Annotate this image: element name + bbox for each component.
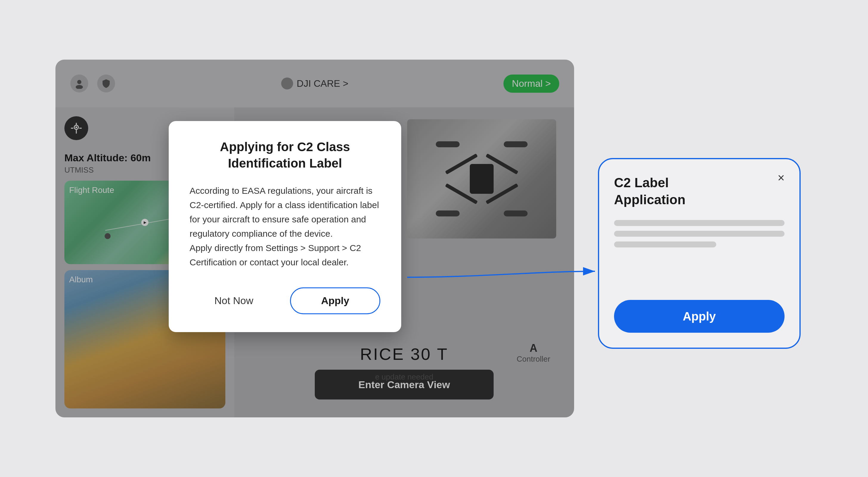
modal-body: According to EASA regulations, your airc… <box>190 184 380 269</box>
modal-body-text: According to EASA regulations, your airc… <box>190 186 379 267</box>
modal-actions: Not Now Apply <box>190 288 380 314</box>
not-now-button[interactable]: Not Now <box>190 288 278 314</box>
placeholder-line-1 <box>614 220 784 226</box>
phone-apply-button[interactable]: Apply <box>614 300 784 333</box>
placeholder-line-2 <box>614 231 784 237</box>
modal-overlay: Applying for C2 Class Identification Lab… <box>56 60 574 417</box>
phone-card: × C2 Label Application Apply <box>598 158 801 349</box>
phone-card-title: C2 Label Application <box>614 174 727 208</box>
modal-dialog: Applying for C2 Class Identification Lab… <box>169 121 401 332</box>
phone-placeholder-lines <box>614 220 784 285</box>
phone-card-wrapper: × C2 Label Application Apply <box>598 158 801 349</box>
outer-container: DJI CARE > Normal > Max Altitude: 60m <box>32 27 836 450</box>
placeholder-line-3 <box>614 241 716 247</box>
modal-title: Applying for C2 Class Identification Lab… <box>190 139 380 172</box>
apply-button-modal[interactable]: Apply <box>290 288 380 314</box>
app-screen: DJI CARE > Normal > Max Altitude: 60m <box>56 60 574 417</box>
phone-close-button[interactable]: × <box>778 171 784 184</box>
